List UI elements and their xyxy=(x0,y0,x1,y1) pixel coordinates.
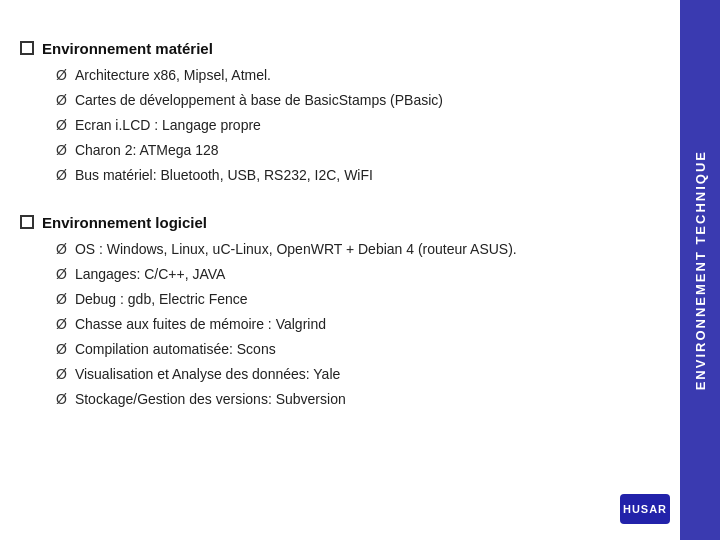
section-logiciel-title: Environnement logiciel xyxy=(42,214,207,231)
arrow-icon: Ø xyxy=(56,140,67,161)
arrow-icon: Ø xyxy=(56,264,67,285)
item-text: Bus matériel: Bluetooth, USB, RS232, I2C… xyxy=(75,165,373,186)
list-item: ØChasse aux fuites de mémoire : Valgrind xyxy=(56,314,660,335)
list-item: ØCharon 2: ATMega 128 xyxy=(56,140,660,161)
arrow-icon: Ø xyxy=(56,389,67,410)
item-text: Stockage/Gestion des versions: Subversio… xyxy=(75,389,346,410)
item-text: Architecture x86, Mipsel, Atmel. xyxy=(75,65,271,86)
arrow-icon: Ø xyxy=(56,314,67,335)
sidebar-label: ENVIRONNEMENT TECHNIQUE xyxy=(693,150,708,390)
section-logiciel-list: ØOS : Windows, Linux, uC-Linux, OpenWRT … xyxy=(56,239,660,410)
item-text: Visualisation et Analyse des données: Ya… xyxy=(75,364,340,385)
list-item: ØVisualisation et Analyse des données: Y… xyxy=(56,364,660,385)
list-item: ØCompilation automatisée: Scons xyxy=(56,339,660,360)
arrow-icon: Ø xyxy=(56,65,67,86)
section-materiel-header: Environnement matériel xyxy=(20,40,660,57)
section-materiel-title: Environnement matériel xyxy=(42,40,213,57)
item-text: Charon 2: ATMega 128 xyxy=(75,140,219,161)
logo-box: HUSAR xyxy=(620,494,670,524)
section-materiel: Environnement matériel ØArchitecture x86… xyxy=(20,40,660,186)
arrow-icon: Ø xyxy=(56,115,67,136)
main-content: Environnement matériel ØArchitecture x86… xyxy=(0,0,680,540)
arrow-icon: Ø xyxy=(56,90,67,111)
list-item: ØStockage/Gestion des versions: Subversi… xyxy=(56,389,660,410)
logo-text: HUSAR xyxy=(623,503,667,515)
list-item: ØOS : Windows, Linux, uC-Linux, OpenWRT … xyxy=(56,239,660,260)
section-logiciel: Environnement logiciel ØOS : Windows, Li… xyxy=(20,214,660,410)
item-text: Cartes de développement à base de BasicS… xyxy=(75,90,443,111)
list-item: ØBus matériel: Bluetooth, USB, RS232, I2… xyxy=(56,165,660,186)
arrow-icon: Ø xyxy=(56,289,67,310)
list-item: ØArchitecture x86, Mipsel, Atmel. xyxy=(56,65,660,86)
sidebar-right: ENVIRONNEMENT TECHNIQUE xyxy=(680,0,720,540)
item-text: Compilation automatisée: Scons xyxy=(75,339,276,360)
list-item: ØDebug : gdb, Electric Fence xyxy=(56,289,660,310)
list-item: ØEcran i.LCD : Langage propre xyxy=(56,115,660,136)
arrow-icon: Ø xyxy=(56,239,67,260)
arrow-icon: Ø xyxy=(56,165,67,186)
arrow-icon: Ø xyxy=(56,364,67,385)
list-item: ØLangages: C/C++, JAVA xyxy=(56,264,660,285)
checkbox-icon-logiciel xyxy=(20,215,34,229)
checkbox-icon-materiel xyxy=(20,41,34,55)
section-logiciel-header: Environnement logiciel xyxy=(20,214,660,231)
item-text: Langages: C/C++, JAVA xyxy=(75,264,225,285)
arrow-icon: Ø xyxy=(56,339,67,360)
item-text: OS : Windows, Linux, uC-Linux, OpenWRT +… xyxy=(75,239,517,260)
item-text: Ecran i.LCD : Langage propre xyxy=(75,115,261,136)
logo-area: HUSAR xyxy=(620,494,670,524)
item-text: Chasse aux fuites de mémoire : Valgrind xyxy=(75,314,326,335)
list-item: ØCartes de développement à base de Basic… xyxy=(56,90,660,111)
item-text: Debug : gdb, Electric Fence xyxy=(75,289,248,310)
section-materiel-list: ØArchitecture x86, Mipsel, Atmel.ØCartes… xyxy=(56,65,660,186)
